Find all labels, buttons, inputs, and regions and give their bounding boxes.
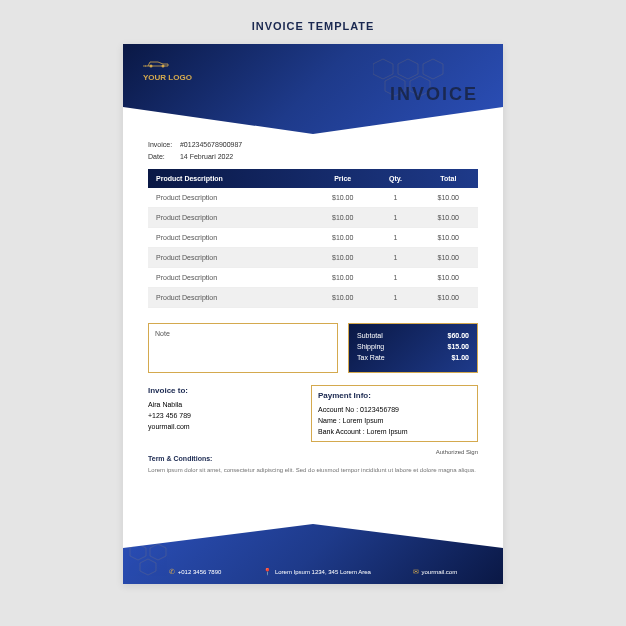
payment-name-label: Name [318,417,337,424]
invoice-to-heading: Invoice to: [148,385,301,396]
cell-desc: Product Description [148,188,313,208]
table-row: Product Description$10.001$10.00 [148,208,478,228]
cell-desc: Product Description [148,208,313,228]
svg-marker-1 [398,59,418,79]
cell-total: $10.00 [419,268,478,288]
invoice-card: YOUR LOGO INVOICE Invoice: #012345678900… [123,44,503,584]
recipient-phone: +123 456 789 [148,410,301,421]
products-table: Product Description Price Qty. Total Pro… [148,169,478,308]
cell-qty: 1 [372,288,418,308]
location-icon: 📍 [263,568,272,576]
terms-body: Lorem ipsum dolor sit amet, consectetur … [148,466,478,475]
shipping-label: Shipping [357,343,384,350]
cell-price: $10.00 [313,208,372,228]
table-row: Product Description$10.001$10.00 [148,228,478,248]
terms-heading: Term & Conditions: [148,454,478,463]
cell-qty: 1 [372,268,418,288]
footer-address-text: Lorem Ipsum 1234, 345 Lorem Area [275,569,371,575]
invoice-number-label: Invoice: [148,139,178,151]
table-row: Product Description$10.001$10.00 [148,268,478,288]
cell-total: $10.00 [419,228,478,248]
cell-total: $10.00 [419,188,478,208]
recipient-name: Aira Nabila [148,399,301,410]
subtotal-value: $60.00 [448,332,469,339]
cell-desc: Product Description [148,288,313,308]
bank-label: Bank Account [318,428,361,435]
footer-email: ✉ yourmail.com [413,568,458,576]
cell-qty: 1 [372,188,418,208]
invoice-to-block: Invoice to: Aira Nabila +123 456 789 you… [148,385,301,442]
terms-block: Term & Conditions: Lorem ipsum dolor sit… [148,454,478,475]
logo: YOUR LOGO [143,59,192,82]
cell-price: $10.00 [313,228,372,248]
svg-point-5 [150,65,153,68]
cell-price: $10.00 [313,248,372,268]
payment-name-value: Lorem Ipsum [343,417,384,424]
cell-desc: Product Description [148,268,313,288]
header-desc: Product Description [148,169,313,188]
shipping-value: $15.00 [448,343,469,350]
cell-qty: 1 [372,208,418,228]
date-value: 14 Februari 2022 [180,153,233,160]
table-row: Product Description$10.001$10.00 [148,248,478,268]
svg-point-6 [162,65,165,68]
account-value: 0123456789 [360,406,399,413]
cell-price: $10.00 [313,188,372,208]
car-icon [143,59,192,71]
header-qty: Qty. [372,169,418,188]
note-label: Note [155,330,170,337]
cell-total: $10.00 [419,288,478,308]
subtotal-label: Subtotal [357,332,383,339]
payment-heading: Payment Info: [318,390,471,401]
footer-email-text: yourmail.com [422,569,458,575]
authorized-sign: Authorized Sign [436,449,478,455]
cell-price: $10.00 [313,288,372,308]
payment-info-block: Payment Info: Account No : 0123456789 Na… [311,385,478,442]
header-total: Total [419,169,478,188]
cell-total: $10.00 [419,248,478,268]
cell-desc: Product Description [148,248,313,268]
account-label: Account No [318,406,354,413]
footer-address: 📍 Lorem Ipsum 1234, 345 Lorem Area [263,568,371,576]
email-icon: ✉ [413,568,419,576]
tax-label: Tax Rate [357,354,385,361]
footer-contact: ✆ +012 3456 7890 📍 Lorem Ipsum 1234, 345… [148,568,478,576]
cell-price: $10.00 [313,268,372,288]
invoice-meta: Invoice: #012345678900987 Date: 14 Febru… [148,139,242,163]
footer-phone-text: +012 3456 7890 [178,569,222,575]
logo-text: YOUR LOGO [143,73,192,82]
svg-marker-8 [150,544,166,560]
table-row: Product Description$10.001$10.00 [148,288,478,308]
summary-box: Subtotal$60.00 Shipping$15.00 Tax Rate$1… [348,323,478,373]
cell-qty: 1 [372,228,418,248]
cell-qty: 1 [372,248,418,268]
invoice-number: #012345678900987 [180,141,242,148]
svg-marker-2 [423,59,443,79]
header-price: Price [313,169,372,188]
invoice-title: INVOICE [390,84,478,105]
date-label: Date: [148,151,178,163]
table-row: Product Description$10.001$10.00 [148,188,478,208]
svg-marker-7 [130,544,146,560]
cell-desc: Product Description [148,228,313,248]
phone-icon: ✆ [169,568,175,576]
cell-total: $10.00 [419,208,478,228]
page-title: INVOICE TEMPLATE [252,20,375,32]
recipient-email: yourmail.com [148,421,301,432]
footer-phone: ✆ +012 3456 7890 [169,568,222,576]
svg-marker-0 [373,59,393,79]
tax-value: $1.00 [451,354,469,361]
bank-value: Lorem Ipsum [367,428,408,435]
note-box: Note [148,323,338,373]
